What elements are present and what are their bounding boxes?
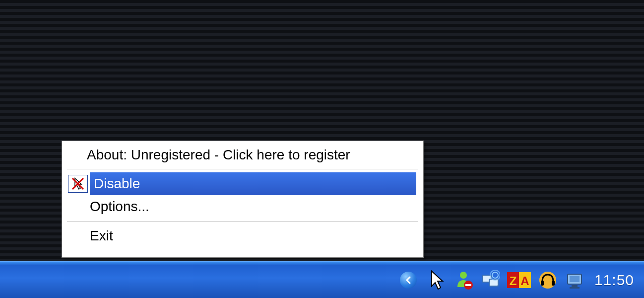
menu-item-label: Disable [94,176,140,192]
network-icon [480,270,500,290]
svg-rect-18 [572,285,578,287]
desktop: About: Unregistered - Click here to regi… [0,0,644,298]
menu-item-disable[interactable]: Disable [64,172,421,195]
svg-rect-4 [465,284,471,286]
cursor-tray-icon[interactable] [427,270,447,290]
system-tray: Z A 11:50 [400,262,644,298]
menu-item-label: Options... [90,199,149,214]
menu-item-options[interactable]: Options... [64,195,421,218]
display-tray-icon[interactable] [565,270,584,290]
zonealarm-icon: Z A [507,270,531,290]
messenger-icon [453,270,473,290]
cursor-arrow-icon [429,270,445,290]
network-tray-icon[interactable] [480,270,500,290]
svg-rect-15 [552,281,555,286]
tray-collapse-button[interactable] [400,272,417,289]
headset-icon [538,271,557,290]
svg-rect-14 [541,281,544,286]
menu-item-label: Exit [90,228,113,243]
zonealarm-tray-icon[interactable]: Z A [507,270,531,290]
svg-text:A: A [520,274,529,288]
chevron-left-icon [404,276,413,285]
taskbar-clock[interactable]: 11:50 [594,272,634,289]
monitor-icon [565,270,584,290]
svg-point-2 [460,272,467,279]
menu-separator [67,169,418,169]
svg-point-7 [492,272,498,278]
disable-icon [68,175,88,193]
headset-tray-icon[interactable] [538,270,558,290]
menu-separator [67,221,418,222]
svg-rect-17 [570,276,580,282]
tray-context-menu: About: Unregistered - Click here to regi… [62,141,424,258]
messenger-tray-icon[interactable] [453,270,473,290]
taskbar: Z A 11:50 [0,261,644,298]
menu-item-label: About: Unregistered - Click here to regi… [87,147,350,162]
menu-item-about[interactable]: About: Unregistered - Click here to regi… [64,144,421,166]
svg-text:Z: Z [510,274,517,288]
svg-rect-19 [570,287,580,289]
menu-item-exit[interactable]: Exit [64,224,421,247]
